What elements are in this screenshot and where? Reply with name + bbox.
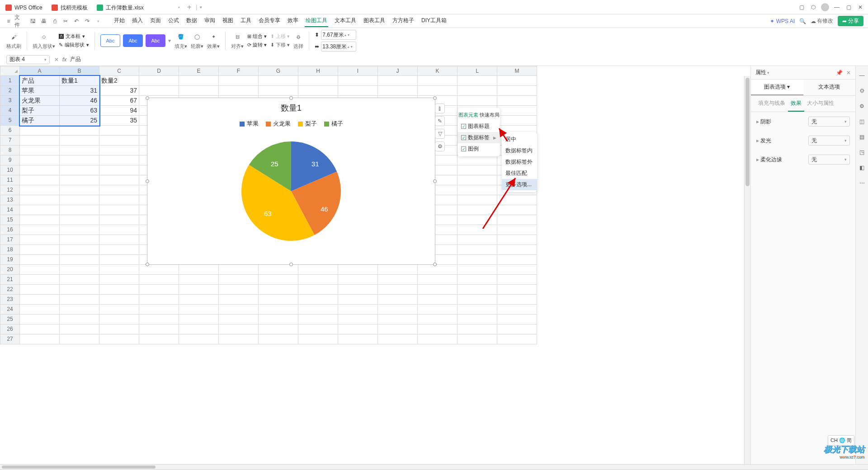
col-header-E[interactable]: E — [179, 66, 219, 76]
tab-chart-options[interactable]: 图表选项 ▾ — [751, 80, 803, 95]
cell-D22[interactable] — [139, 285, 179, 295]
cell-K2[interactable] — [418, 86, 458, 96]
cell-L15[interactable] — [458, 215, 497, 225]
menu-tab-11[interactable]: 文本工具 — [334, 15, 357, 27]
row-shadow[interactable]: 阴影无▾ — [751, 112, 855, 131]
cell-G27[interactable] — [259, 334, 298, 344]
cell-A8[interactable] — [20, 146, 60, 155]
col-header-F[interactable]: F — [219, 66, 259, 76]
wps-ai-button[interactable]: ✦ WPS AI — [770, 18, 795, 24]
col-header-D[interactable]: D — [139, 66, 179, 76]
cell-C14[interactable] — [99, 205, 139, 215]
cell-B18[interactable] — [60, 245, 99, 255]
menu-tab-9[interactable]: 效率 — [287, 15, 299, 27]
file-tab[interactable]: 工作簿数量.xlsx• — [93, 2, 184, 14]
row-header-12[interactable]: 12 — [0, 185, 20, 195]
cell-K20[interactable] — [418, 265, 458, 275]
cell-C26[interactable] — [99, 324, 139, 334]
row-glow[interactable]: 发光无▾ — [751, 131, 855, 150]
cell-K23[interactable] — [418, 295, 458, 305]
tab-quick-layout[interactable]: 快速布局 — [479, 109, 500, 121]
cell-K25[interactable] — [418, 315, 458, 324]
cell-E27[interactable] — [179, 334, 219, 344]
align-button[interactable]: ⊟对齐▾ — [231, 32, 244, 50]
cell-M26[interactable] — [497, 324, 537, 334]
rail-lock-icon[interactable]: ◧ — [858, 164, 866, 172]
tab-list-button[interactable]: ▾ — [200, 5, 202, 9]
cell-I27[interactable] — [338, 334, 378, 344]
cell-A20[interactable] — [20, 265, 60, 275]
fill-button[interactable]: 🪣填充▾ — [175, 32, 187, 50]
cell-B25[interactable] — [60, 315, 99, 324]
cell-M2[interactable] — [497, 86, 537, 96]
cell-A15[interactable] — [20, 215, 60, 225]
chart-filter-button[interactable]: ▽ — [435, 129, 445, 139]
close-button[interactable]: ✕ — [856, 3, 864, 11]
cell-M1[interactable] — [497, 76, 537, 86]
cell-I2[interactable] — [338, 86, 378, 96]
cell-M20[interactable] — [497, 265, 537, 275]
cell-A18[interactable] — [20, 245, 60, 255]
textbox-button[interactable]: 🅰 文本框 ▾ — [59, 33, 89, 40]
cell-H2[interactable] — [298, 86, 338, 96]
cell-C4[interactable]: 94 — [99, 106, 139, 116]
cell-E24[interactable] — [179, 305, 219, 315]
opt-chart-title[interactable]: ✓图表标题 — [458, 121, 500, 132]
avatar-icon[interactable] — [821, 3, 829, 11]
menu-tab-7[interactable]: 工具 — [240, 15, 252, 27]
row-header-22[interactable]: 22 — [0, 285, 20, 295]
cell-B10[interactable] — [60, 165, 99, 175]
menu-tab-0[interactable]: 开始 — [113, 15, 126, 27]
cell-F2[interactable] — [219, 86, 259, 96]
cell-A25[interactable] — [20, 315, 60, 324]
row-header-11[interactable]: 11 — [0, 175, 20, 185]
menu-tab-4[interactable]: 数据 — [185, 15, 198, 27]
cell-K1[interactable] — [418, 76, 458, 86]
cell-M23[interactable] — [497, 295, 537, 305]
row-header-23[interactable]: 23 — [0, 295, 20, 305]
cell-B23[interactable] — [60, 295, 99, 305]
cell-C5[interactable]: 35 — [99, 116, 139, 126]
rail-grid-icon[interactable]: ◳ — [858, 148, 866, 156]
chart-legend[interactable]: 苹果 火龙果 梨子 橘子 — [147, 120, 435, 128]
cell-C23[interactable] — [99, 295, 139, 305]
cell-L25[interactable] — [458, 315, 497, 324]
cell-L22[interactable] — [458, 285, 497, 295]
row-header-4[interactable]: 4 — [0, 106, 20, 116]
cell-B11[interactable] — [60, 175, 99, 185]
cell-M14[interactable] — [497, 205, 537, 215]
cell-H23[interactable] — [298, 295, 338, 305]
cell-A19[interactable] — [20, 255, 60, 265]
format-painter[interactable]: 🖌格式刷 — [6, 32, 21, 50]
rail-settings-icon[interactable]: ⚙ — [858, 102, 866, 110]
style-preset-1[interactable]: Abc — [100, 34, 120, 47]
undo-icon[interactable]: ↶ — [72, 17, 80, 25]
cut-icon[interactable]: ✂ — [61, 17, 70, 25]
cell-L27[interactable] — [458, 334, 497, 344]
cell-D27[interactable] — [139, 334, 179, 344]
style-preset-2[interactable]: Abc — [123, 34, 143, 47]
cell-G21[interactable] — [259, 275, 298, 285]
cell-C18[interactable] — [99, 245, 139, 255]
cell-H22[interactable] — [298, 285, 338, 295]
cell-J1[interactable] — [378, 76, 418, 86]
edit-shape-button[interactable]: ✎ 编辑形状 ▾ — [59, 42, 89, 48]
menu-tab-6[interactable]: 视图 — [222, 15, 234, 27]
cell-M21[interactable] — [497, 275, 537, 285]
cell-J21[interactable] — [378, 275, 418, 285]
row-header-9[interactable]: 9 — [0, 155, 20, 165]
search-icon[interactable]: 🔍 — [799, 18, 806, 24]
cell-C8[interactable] — [99, 146, 139, 155]
cell-M15[interactable] — [497, 215, 537, 225]
rail-cube-icon[interactable]: ◫ — [858, 118, 866, 126]
cell-B8[interactable] — [60, 146, 99, 155]
menu-tab-1[interactable]: 插入 — [131, 15, 144, 27]
cell-B2[interactable]: 31 — [60, 86, 99, 96]
cell-L12[interactable] — [458, 185, 497, 195]
cell-A5[interactable]: 橘子 — [20, 116, 60, 126]
cell-A3[interactable]: 火龙果 — [20, 96, 60, 106]
cell-G2[interactable] — [259, 86, 298, 96]
cell-A21[interactable] — [20, 275, 60, 285]
cell-A10[interactable] — [20, 165, 60, 175]
cell-E1[interactable] — [179, 76, 219, 86]
